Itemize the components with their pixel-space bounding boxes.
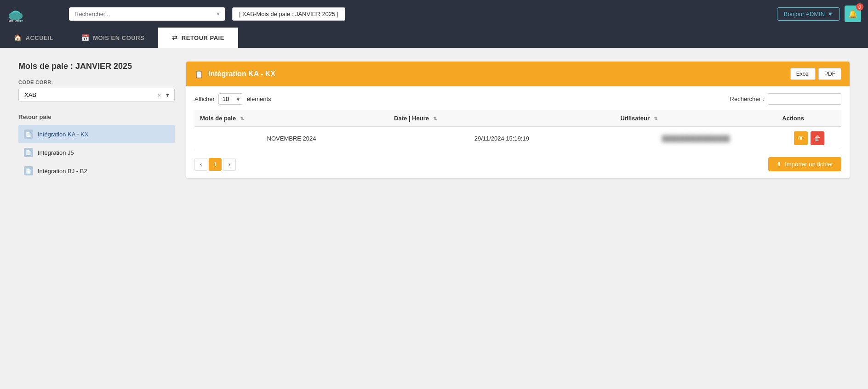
cell-mois-paie: NOVEMBRE 2024 (194, 127, 388, 150)
header: winpaie +RH ▼ | XAB-Mois de paie : JANVI… (0, 0, 868, 28)
search-wrapper: ▼ (69, 7, 225, 21)
card-title-text: Intégration KA - KX (208, 70, 275, 78)
bonjour-dropdown-icon: ▼ (827, 11, 833, 17)
page-1-button[interactable]: 1 (209, 158, 222, 171)
code-corr-wrapper: × ▼ (18, 88, 175, 102)
table-controls: Afficher 10 25 50 100 ▼ éléments (194, 93, 841, 105)
table-row: NOVEMBRE 2024 29/11/2024 15:19:19 ██████… (194, 127, 841, 150)
card-title: 📋 Intégration KA - KX (194, 70, 275, 79)
sidebar-list: 📄 Intégration KA - KX 📄 Intégration J5 📄… (18, 125, 175, 180)
pagination: ‹ 1 › (194, 158, 236, 171)
pagination-area: ‹ 1 › ⬆ Importer un fichier (194, 157, 841, 171)
col-actions-header: Actions (777, 110, 841, 127)
search-dropdown-icon: ▼ (216, 11, 221, 17)
tab-mois-en-cours[interactable]: 📅 MOIS EN COURS (68, 28, 158, 48)
select-clear-icon[interactable]: × (157, 91, 161, 98)
utilisateur-value: ████████████████ (662, 135, 730, 142)
tab-retour-paie-label: RETOUR PAIE (182, 34, 224, 41)
nav-tabs: 🏠 ACCUEIL 📅 MOIS EN COURS ⇄ RETOUR PAIE (0, 28, 868, 48)
right-panel: 📋 Intégration KA - KX Excel PDF Afficher (186, 62, 850, 178)
col-mois-header[interactable]: Mois de paie ⇅ (194, 110, 388, 127)
table-controls-left: Afficher 10 25 50 100 ▼ éléments (194, 93, 271, 105)
winpaie-logo: winpaie +RH (7, 5, 24, 23)
prev-page-button[interactable]: ‹ (194, 158, 207, 171)
per-page-wrapper: 10 25 50 100 ▼ (218, 93, 243, 105)
retour-paie-section-label: Retour paie (18, 113, 175, 120)
period-badge: | XAB-Mois de paie : JANVIER 2025 | (232, 7, 345, 21)
delete-button[interactable]: 🗑 (811, 131, 824, 145)
sort-icon-mois: ⇅ (240, 116, 244, 121)
table-header-row: Mois de paie ⇅ Date | Heure ⇅ Utilisateu… (194, 110, 841, 127)
notification-badge: 0 (856, 3, 863, 11)
cell-utilisateur: ████████████████ (615, 127, 777, 150)
sort-icon-user: ⇅ (654, 116, 657, 121)
col-date-label: Date | Heure (394, 115, 429, 122)
bonjour-button[interactable]: Bonjour ADMIN ▼ (777, 7, 840, 21)
col-mois-label: Mois de paie (200, 115, 236, 122)
col-user-header[interactable]: Utilisateur ⇅ (615, 110, 777, 127)
sidebar-item-integration-ka-kx[interactable]: 📄 Intégration KA - KX (18, 125, 175, 143)
layout: Mois de paie : JANVIER 2025 CODE CORR. ×… (18, 62, 850, 180)
tab-accueil-label: ACCUEIL (26, 34, 54, 41)
tab-mois-en-cours-label: MOIS EN COURS (93, 34, 144, 41)
upload-icon: ⬆ (777, 161, 782, 168)
select-dropdown-icon: ▼ (165, 92, 170, 98)
table-header: Mois de paie ⇅ Date | Heure ⇅ Utilisateu… (194, 110, 841, 127)
code-corr-input[interactable] (18, 88, 175, 102)
header-right: Bonjour ADMIN ▼ 🔔 0 (777, 6, 861, 22)
view-button[interactable]: 👁 (794, 131, 808, 145)
afficher-label: Afficher (194, 96, 215, 102)
import-label: Importer un fichier (785, 161, 833, 168)
data-table: Mois de paie ⇅ Date | Heure ⇅ Utilisateu… (194, 110, 841, 150)
excel-button[interactable]: Excel (790, 68, 816, 80)
search-input[interactable] (69, 7, 225, 21)
left-panel: Mois de paie : JANVIER 2025 CODE CORR. ×… (18, 62, 175, 180)
import-button[interactable]: ⬆ Importer un fichier (768, 157, 841, 171)
sidebar-item-label-3: Intégration BJ - B2 (38, 168, 87, 175)
table-body: NOVEMBRE 2024 29/11/2024 15:19:19 ██████… (194, 127, 841, 150)
sidebar-item-integration-bj-b2[interactable]: 📄 Intégration BJ - B2 (18, 162, 175, 180)
card-header: 📋 Intégration KA - KX Excel PDF (186, 62, 850, 86)
col-user-label: Utilisateur (621, 115, 650, 122)
search-filter-area: Rechercher : (730, 93, 841, 105)
mois-paie-title: Mois de paie : JANVIER 2025 (18, 62, 175, 71)
bell-icon: 🔔 (848, 10, 857, 18)
col-date-header[interactable]: Date | Heure ⇅ (388, 110, 615, 127)
card-body: Afficher 10 25 50 100 ▼ éléments (186, 86, 850, 178)
main-content: Mois de paie : JANVIER 2025 CODE CORR. ×… (0, 48, 868, 382)
calendar-icon: 📅 (81, 34, 90, 41)
pdf-button[interactable]: PDF (818, 68, 841, 80)
file-icon-2: 📄 (24, 148, 33, 157)
home-icon: 🏠 (14, 34, 22, 41)
sort-icon-date: ⇅ (433, 116, 437, 121)
card-title-icon: 📋 (194, 70, 204, 79)
next-page-button[interactable]: › (223, 158, 236, 171)
file-icon-1: 📄 (24, 130, 33, 139)
per-page-select[interactable]: 10 25 50 100 (218, 93, 243, 105)
trash-icon: 🗑 (814, 135, 821, 142)
col-actions-label: Actions (782, 115, 804, 122)
bonjour-label: Bonjour ADMIN (784, 11, 825, 17)
tab-retour-paie[interactable]: ⇄ RETOUR PAIE (158, 28, 238, 48)
sidebar-item-integration-j5[interactable]: 📄 Intégration J5 (18, 143, 175, 162)
cell-date-heure: 29/11/2024 15:19:19 (388, 127, 615, 150)
rechercher-label: Rechercher : (730, 96, 764, 102)
transfer-icon: ⇄ (172, 34, 178, 41)
integration-card: 📋 Intégration KA - KX Excel PDF Afficher (186, 62, 850, 178)
action-buttons: 👁 🗑 (782, 131, 836, 145)
svg-text:+RH: +RH (18, 19, 23, 22)
search-filter-input[interactable] (768, 93, 841, 105)
elements-label: éléments (247, 96, 271, 102)
notifications-button[interactable]: 🔔 0 (845, 6, 861, 22)
card-header-actions: Excel PDF (790, 68, 841, 80)
eye-icon: 👁 (798, 135, 804, 142)
code-corr-label: CODE CORR. (18, 79, 175, 85)
logo-area: winpaie +RH (7, 5, 62, 23)
sidebar-item-label-1: Intégration KA - KX (38, 131, 89, 138)
tab-accueil[interactable]: 🏠 ACCUEIL (0, 28, 68, 48)
sidebar-item-label-2: Intégration J5 (38, 149, 74, 156)
cell-actions: 👁 🗑 (777, 127, 841, 150)
file-icon-3: 📄 (24, 166, 33, 175)
